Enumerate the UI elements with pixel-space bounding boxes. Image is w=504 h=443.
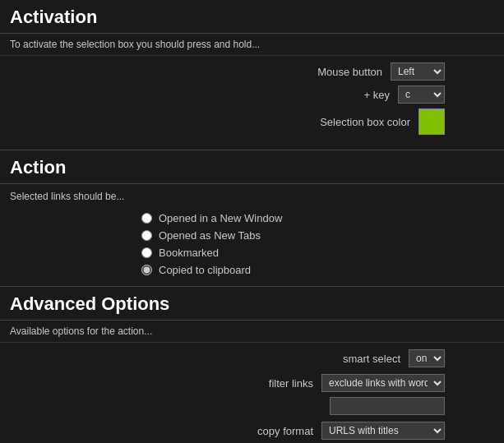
- mouse-button-select[interactable]: Left Middle Right: [391, 62, 445, 81]
- copy-format-row: copy format URLS with titles URLS only T…: [10, 422, 494, 440]
- mouse-button-row: Mouse button Left Middle Right: [10, 62, 494, 81]
- advanced-content: smart select on off filter links exclude…: [0, 343, 504, 443]
- activation-section: Activation To activate the selection box…: [0, 0, 504, 150]
- filter-links-label: filter links: [149, 377, 313, 390]
- copy-format-dropdown[interactable]: URLS with titles URLS only Titles only: [321, 422, 445, 440]
- radio-clipboard[interactable]: [141, 265, 152, 275]
- color-swatch[interactable]: [418, 108, 445, 135]
- action-content: Selected links should be... Opened in a …: [0, 184, 504, 287]
- key-select[interactable]: c a s none: [398, 85, 445, 104]
- radio-row-new-window: Opened in a New Window: [141, 212, 494, 224]
- key-row: + key c a s none: [10, 85, 494, 104]
- smart-select-row: smart select on off: [10, 349, 494, 367]
- advanced-section: Advanced Options Available options for t…: [0, 287, 504, 443]
- filter-text-row: [10, 397, 494, 415]
- key-label: + key: [258, 89, 390, 101]
- activation-description: To activate the selection box you should…: [0, 34, 504, 56]
- color-label: Selection box color: [279, 116, 410, 128]
- activation-content: Mouse button Left Middle Right + key c a…: [0, 56, 504, 150]
- smart-select-dropdown[interactable]: on off: [409, 349, 445, 367]
- filter-text-input[interactable]: [330, 397, 445, 415]
- radio-label-clipboard: Copied to clipboard: [159, 264, 251, 276]
- filter-links-row: filter links exclude links with words in…: [10, 374, 494, 392]
- radio-row-bookmarked: Bookmarked: [141, 247, 494, 259]
- filter-links-dropdown[interactable]: exclude links with words include links w…: [321, 374, 445, 392]
- radio-new-window[interactable]: [141, 213, 152, 224]
- action-description: Selected links should be...: [10, 191, 494, 207]
- radio-label-new-window: Opened in a New Window: [159, 212, 282, 224]
- radio-label-new-tabs: Opened as New Tabs: [159, 229, 261, 242]
- radio-bookmarked[interactable]: [141, 247, 152, 258]
- mouse-button-label: Mouse button: [251, 66, 382, 78]
- radio-row-clipboard: Copied to clipboard: [141, 264, 494, 276]
- activation-title: Activation: [0, 0, 504, 34]
- radio-label-bookmarked: Bookmarked: [159, 247, 219, 259]
- action-title: Action: [0, 150, 504, 184]
- copy-format-label: copy format: [149, 425, 313, 437]
- advanced-title: Advanced Options: [0, 287, 504, 321]
- action-radio-group: Opened in a New Window Opened as New Tab…: [141, 212, 494, 276]
- action-section: Action Selected links should be... Opene…: [0, 150, 504, 287]
- color-row: Selection box color: [10, 108, 494, 135]
- advanced-description: Available options for the action...: [0, 321, 504, 343]
- radio-new-tabs[interactable]: [141, 230, 152, 241]
- smart-select-label: smart select: [236, 353, 400, 365]
- radio-row-new-tabs: Opened as New Tabs: [141, 229, 494, 242]
